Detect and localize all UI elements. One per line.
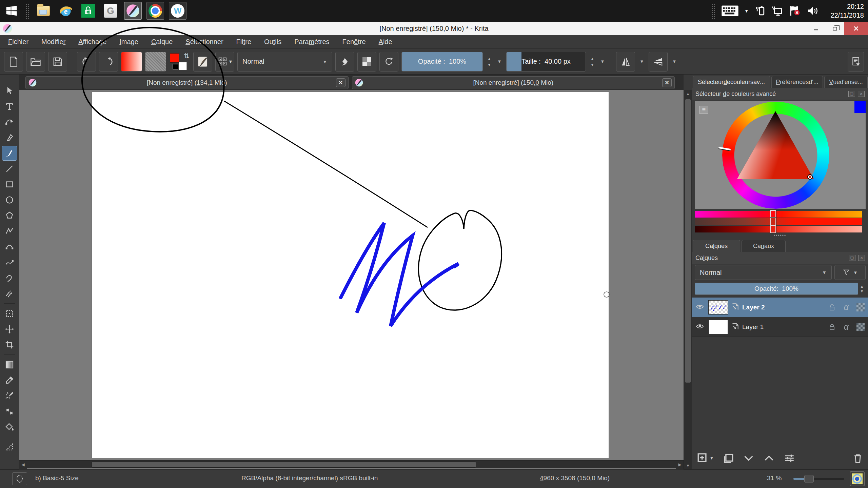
tool-crop[interactable] [2, 337, 17, 352]
saturation-strip[interactable] [695, 218, 862, 225]
restore-button[interactable] [825, 22, 844, 35]
advanced-color-selector[interactable]: ☰ [695, 101, 866, 209]
float-docker-icon[interactable]: ❏ [849, 255, 855, 261]
hue-strip[interactable] [695, 211, 862, 218]
scroll-down-arrow[interactable]: ▼ [684, 462, 692, 469]
tool-ellipse[interactable] [2, 192, 17, 207]
action-center-flag-icon[interactable] [789, 5, 801, 17]
tool-select-shapes[interactable] [2, 83, 17, 98]
size-dropdown-arrow[interactable]: ▼ [599, 52, 606, 72]
reload-preset-button[interactable] [379, 52, 398, 72]
power-status-icon[interactable] [754, 5, 766, 17]
undo-button[interactable] [77, 52, 96, 72]
menu-filtre[interactable]: Filtre [236, 38, 251, 46]
tool-polyline[interactable] [2, 224, 17, 239]
layer-filter-button[interactable]: ▼ [834, 265, 866, 280]
taskbar-file-explorer[interactable] [35, 2, 52, 20]
canvas-page[interactable] [92, 92, 609, 458]
minimize-button[interactable] [806, 22, 825, 35]
close-docker-icon[interactable]: ✕ [858, 255, 865, 261]
new-document-button[interactable] [4, 52, 23, 72]
zoom-slider[interactable] [793, 478, 844, 480]
tool-fill[interactable] [2, 420, 17, 434]
tool-dynamic-brush[interactable] [2, 270, 17, 285]
taskbar-clock[interactable]: 20:12 22/11/2018 [825, 2, 865, 20]
tool-edit-shapes[interactable] [2, 115, 17, 129]
tool-gradient[interactable] [2, 357, 17, 372]
zoom-slider-handle[interactable] [804, 475, 814, 483]
layer-opacity-slider[interactable]: Opacité: 100% [695, 283, 858, 295]
window-titlebar[interactable]: [Non enregistré] (150,0 Mio) * - Krita [0, 22, 868, 35]
open-document-button[interactable] [26, 52, 45, 72]
redo-button[interactable] [99, 52, 118, 72]
layer-visibility-eye-icon[interactable] [694, 322, 706, 332]
move-layer-up-button[interactable] [763, 452, 775, 464]
taskbar-windows-store[interactable] [79, 2, 97, 20]
menu-fenetre[interactable]: Fenêtre [342, 38, 366, 46]
mirror-vertical-button[interactable] [649, 52, 668, 72]
tool-color-sampler[interactable] [2, 373, 17, 388]
duplicate-layer-button[interactable] [723, 452, 734, 464]
layer-alpha-lock-icon[interactable] [855, 323, 866, 331]
tab-overview[interactable]: Vue d'ense... [824, 76, 868, 88]
delete-layer-button[interactable] [852, 452, 864, 464]
tool-polygon[interactable] [2, 208, 17, 223]
taskbar-w-app[interactable]: W [169, 2, 186, 20]
layer-visibility-eye-icon[interactable] [694, 303, 706, 312]
volume-icon[interactable] [806, 5, 819, 17]
tool-freehand-path[interactable] [2, 255, 17, 270]
layer-alpha-icon[interactable]: α [841, 302, 852, 312]
mirror-horizontal-dropdown[interactable]: ▼ [638, 52, 646, 72]
tab-calques[interactable]: Calques [693, 240, 740, 252]
tool-transform[interactable] [2, 306, 17, 321]
menu-modifier[interactable]: Modifier [41, 38, 65, 46]
tab-canaux[interactable]: Canaux [742, 240, 786, 252]
color-selector-settings-button[interactable]: ☰ [699, 106, 708, 114]
opacity-dropdown-arrow[interactable]: ▼ [496, 52, 503, 72]
start-button[interactable] [3, 2, 20, 20]
layer-alpha-lock-icon[interactable] [855, 303, 866, 311]
secondary-color-swatch[interactable] [173, 64, 178, 69]
size-slider[interactable]: Taille : 40,00 px [506, 52, 586, 72]
vertical-scrollbar[interactable]: ▲ ▼ [684, 90, 692, 469]
value-strip[interactable] [695, 226, 862, 232]
tool-rectangle[interactable] [2, 177, 17, 192]
tool-smart-patch[interactable] [2, 388, 17, 403]
horizontal-scrollbar[interactable]: ◀ ▶ [19, 460, 684, 468]
foreground-background-colors[interactable]: ⇅ [169, 52, 190, 72]
layer-opacity-spinner[interactable]: ▲▼ [858, 283, 866, 295]
tool-multibrush[interactable] [2, 286, 17, 301]
document-tab-2[interactable]: [Non enregistré] (150,0 Mio) ✕ [352, 76, 675, 89]
menu-outils[interactable]: Outils [264, 38, 281, 46]
canvas-only-mode-button[interactable] [850, 471, 865, 486]
canvas-scroll-area[interactable]: ◀ ▶ [19, 90, 684, 469]
docker-resize-handle[interactable]: •••••• [692, 233, 868, 238]
tab-close-button[interactable]: ✕ [662, 78, 672, 87]
menu-aide[interactable]: Aide [379, 38, 392, 46]
layer-alpha-icon[interactable]: α [841, 322, 852, 332]
float-docker-icon[interactable]: ❏ [848, 91, 855, 97]
taskbar-g-app[interactable]: G [102, 2, 119, 20]
scroll-up-arrow[interactable]: ▲ [684, 90, 692, 98]
layer-properties-button[interactable] [784, 452, 795, 464]
current-color-swatch[interactable] [854, 101, 866, 113]
network-status-icon[interactable] [771, 5, 783, 17]
opacity-spinner[interactable]: ▲▼ [486, 52, 493, 72]
layer-row-layer-2[interactable]: Layer 2 α [692, 298, 868, 317]
close-button[interactable] [844, 22, 868, 35]
gradient-swatch-button[interactable] [121, 52, 142, 72]
blending-mode-dropdown[interactable]: Normal ▼ [237, 52, 332, 72]
layer-row-layer-1[interactable]: Layer 1 α [692, 317, 868, 337]
choose-workspace-button[interactable] [848, 52, 864, 72]
background-color-swatch[interactable] [179, 62, 187, 70]
tool-freehand-brush[interactable] [2, 146, 17, 161]
scroll-left-arrow[interactable]: ◀ [19, 461, 27, 469]
foreground-color-swatch[interactable] [170, 53, 179, 63]
brush-preset-chooser-button[interactable]: ▾ [215, 52, 234, 72]
eraser-mode-button[interactable] [335, 52, 354, 72]
tool-calligraphy[interactable] [2, 130, 17, 145]
selection-mode-button[interactable] [12, 472, 27, 485]
tool-move[interactable] [2, 322, 17, 337]
tray-grip[interactable] [711, 3, 716, 19]
edit-brush-settings-button[interactable] [193, 52, 212, 72]
